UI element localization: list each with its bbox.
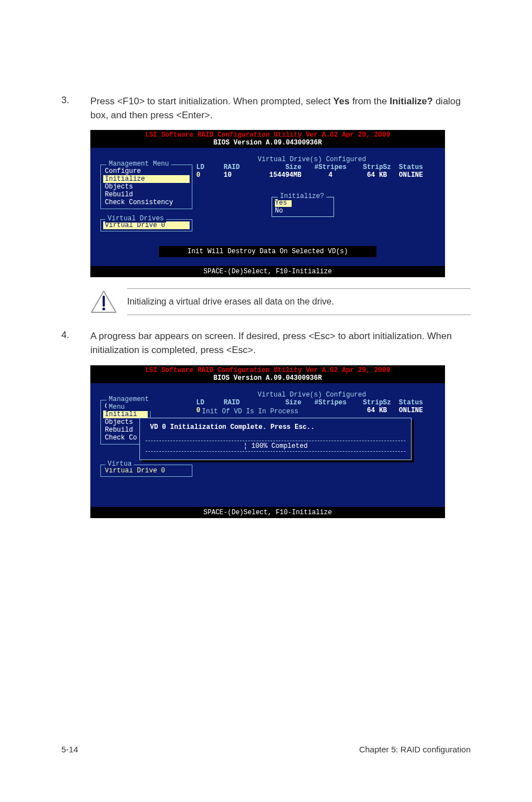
message-bar: Init Will Destroy Data On Selected VD(s)	[159, 246, 376, 257]
h-size: Size	[257, 399, 306, 407]
initialize-label: Initialize?	[278, 192, 326, 200]
text-bold: Yes	[333, 96, 350, 107]
bios-title: LSI Software RAID Configuration Utility …	[90, 366, 445, 374]
bios-version: BIOS Version A.09.04300936R	[90, 139, 445, 147]
vdc-label: Virtual Drive(s) Configured	[258, 156, 366, 163]
table-header: LD RAID Size #Stripes StripSz Status	[196, 399, 437, 407]
bios-screen-2: LSI Software RAID Configuration Utility …	[90, 365, 445, 518]
text-a: Press <F10> to start initialization. Whe…	[90, 96, 333, 107]
option-no: No	[275, 207, 331, 215]
bios-header: LSI Software RAID Configuration Utility …	[90, 130, 445, 148]
virtual-drives-box: Virtual Drives Virtual Drive 0	[100, 219, 192, 231]
virtual-drives-label: Virtua	[105, 460, 134, 468]
vd-table: LD RAID Size #Stripes StripSz Status 0 1…	[196, 163, 437, 179]
initialize-options: Yes No	[272, 197, 333, 216]
h-status: Status	[399, 399, 437, 407]
h-size: Size	[257, 163, 306, 171]
menu-item-objects: Objects	[103, 183, 190, 191]
bios-title: LSI Software RAID Configuration Utility …	[90, 131, 445, 139]
step-4: 4. A progress bar appears on screen. If …	[61, 330, 471, 357]
progress-panel: VD 0 Initialization Complete. Press Esc.…	[139, 418, 412, 460]
d-status: ONLINE	[399, 407, 437, 414]
table-header: LD RAID Size #Stripes StripSz Status	[196, 163, 437, 171]
page-footer: 5-14 Chapter 5: RAID configuration	[61, 745, 471, 754]
h-ld: LD	[196, 163, 224, 171]
menu-item-initialize: Initiali	[103, 410, 148, 418]
menu-item-configure: Configure	[103, 167, 190, 175]
bios-header: LSI Software RAID Configuration Utility …	[90, 365, 445, 383]
chapter-title: Chapter 5: RAID configuration	[359, 745, 471, 754]
text-b: from the	[350, 96, 390, 107]
virtual-drives-box: Virtua Virtual Drive 0	[100, 465, 192, 477]
management-menu-list: Configure Initialize Objects Rebuild Che…	[101, 165, 192, 209]
bios-body: Virtual Drive(s) Configured Management M…	[90, 148, 445, 266]
page: 3. Press <F10> to start initialization. …	[0, 0, 532, 802]
bios-footer: SPACE-(De)Select, F10-Initialize	[90, 507, 445, 518]
management-menu-label: Management Menu	[107, 395, 151, 411]
d-status: ONLINE	[399, 171, 437, 179]
management-menu-label: Management Menu	[107, 160, 171, 168]
svg-point-1	[103, 308, 105, 311]
step-text: A progress bar appears on screen. If des…	[90, 330, 471, 357]
initialize-dialog: Initialize? Yes No	[272, 197, 334, 217]
virtual-drive-0: Virtual Drive 0	[103, 467, 190, 475]
bios-body: Virtual Drive(s) Configured Management M…	[90, 383, 445, 507]
menu-item-initialize: Initialize	[103, 175, 190, 183]
h-stripsz: StripSz	[355, 163, 399, 171]
h-ld: LD	[196, 399, 224, 407]
bios-version: BIOS Version A.09.04300936R	[90, 374, 445, 382]
h-stripsz: StripSz	[355, 399, 399, 407]
step-number: 4.	[61, 330, 90, 357]
d-stripsz: 64 KB	[355, 407, 399, 414]
h-status: Status	[399, 163, 437, 171]
warning-icon	[90, 290, 117, 313]
vdc-label: Virtual Drive(s) Configured	[258, 391, 366, 399]
step-3: 3. Press <F10> to start initialization. …	[61, 95, 471, 122]
d-stripsz: 64 KB	[355, 171, 399, 179]
virtual-drives-label: Virtual Drives	[105, 215, 166, 223]
note-text: Initializing a virtual drive erases all …	[127, 288, 471, 315]
page-number: 5-14	[61, 745, 78, 754]
menu-item-check-consistency: Check Consistency	[103, 199, 190, 206]
text-bold2: Initialize?	[390, 96, 433, 107]
option-yes: Yes	[275, 199, 292, 207]
h-raid: RAID	[224, 399, 257, 407]
d-stripes: 4	[306, 171, 355, 179]
menu-item-rebuild: Rebuild	[103, 191, 190, 199]
management-menu: Management Menu Configure Initialize Obj…	[100, 165, 192, 209]
step-number: 3.	[61, 95, 90, 122]
progress-message: VD 0 Initialization Complete. Press Esc.…	[146, 422, 405, 433]
d-raid: 10	[224, 171, 257, 179]
bios-footer: SPACE-(De)Select, F10-Initialize	[90, 266, 445, 277]
step-text: Press <F10> to start initialization. Whe…	[90, 95, 471, 122]
h-raid: RAID	[224, 163, 257, 171]
bios-screen-1: LSI Software RAID Configuration Utility …	[90, 130, 445, 277]
init-in-process: Init Of VD Is In Process	[202, 408, 298, 416]
table-row: 0 10 154494MB 4 64 KB ONLINE	[196, 171, 437, 179]
d-size: 154494MB	[257, 171, 306, 179]
d-ld: 0	[196, 171, 224, 179]
note-callout: Initializing a virtual drive erases all …	[90, 288, 471, 315]
progress-bar: ¦ 100% Completed	[146, 441, 405, 452]
virtual-drive-0: Virtual Drive 0	[103, 221, 190, 229]
d-stripes	[306, 407, 355, 414]
h-stripes: #Stripes	[306, 399, 355, 407]
h-stripes: #Stripes	[306, 163, 355, 171]
